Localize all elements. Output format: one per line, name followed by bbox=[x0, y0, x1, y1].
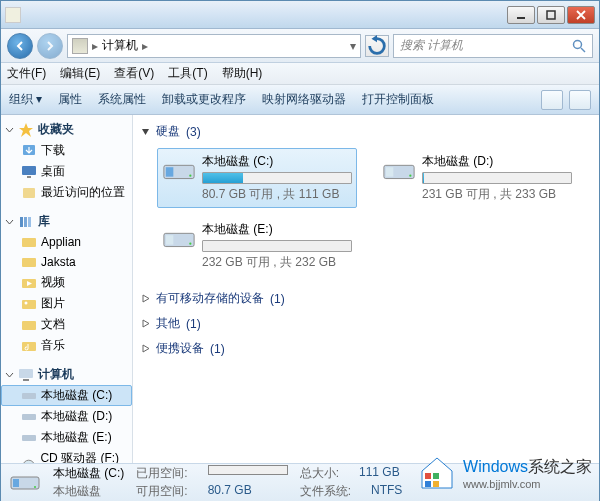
triangle-down-icon bbox=[141, 127, 150, 136]
group-other-header[interactable]: 其他 (1) bbox=[141, 311, 591, 336]
libraries-header[interactable]: 库 bbox=[1, 211, 132, 232]
address-bar[interactable]: ▸ 计算机 ▸ ▾ bbox=[67, 34, 361, 58]
breadcrumb-separator-icon: ▸ bbox=[142, 39, 148, 53]
svg-point-14 bbox=[25, 301, 28, 304]
search-box[interactable]: 搜索 计算机 bbox=[393, 34, 593, 58]
drive-icon bbox=[162, 221, 196, 257]
properties-button[interactable]: 属性 bbox=[58, 91, 82, 108]
refresh-icon bbox=[366, 35, 388, 57]
recent-icon bbox=[21, 185, 37, 201]
drive-icon bbox=[21, 430, 37, 446]
nav-toolbar: ▸ 计算机 ▸ ▾ 搜索 计算机 bbox=[1, 29, 599, 63]
drive-item[interactable]: 本地磁盘 (D:) 231 GB 可用 , 共 233 GB bbox=[377, 148, 577, 208]
svg-rect-11 bbox=[22, 258, 36, 267]
svg-rect-1 bbox=[547, 11, 555, 19]
forward-button[interactable] bbox=[37, 33, 63, 59]
favorites-label: 收藏夹 bbox=[38, 121, 74, 138]
sidebar-item-drive-e[interactable]: 本地磁盘 (E:) bbox=[1, 427, 132, 448]
menu-view[interactable]: 查看(V) bbox=[114, 65, 154, 82]
drive-item[interactable]: 本地磁盘 (E:) 232 GB 可用 , 共 232 GB bbox=[157, 216, 357, 276]
close-button[interactable] bbox=[567, 6, 595, 24]
titlebar bbox=[1, 1, 599, 29]
sidebar-item-downloads[interactable]: 下载 bbox=[1, 140, 132, 161]
triangle-right-icon bbox=[141, 344, 150, 353]
sidebar-item-drive-c[interactable]: 本地磁盘 (C:) bbox=[1, 385, 132, 406]
drive-icon bbox=[21, 409, 37, 425]
computer-icon bbox=[72, 38, 88, 54]
breadcrumb-separator-icon: ▸ bbox=[92, 39, 98, 53]
watermark-brand-1: Windows bbox=[463, 458, 528, 475]
drive-info: 232 GB 可用 , 共 232 GB bbox=[202, 254, 352, 271]
minimize-button[interactable] bbox=[507, 6, 535, 24]
group-hdd-header[interactable]: 硬盘 (3) bbox=[141, 119, 591, 144]
svg-rect-5 bbox=[27, 176, 31, 178]
sidebar-item-jaksta[interactable]: Jaksta bbox=[1, 252, 132, 272]
svg-rect-6 bbox=[23, 188, 35, 198]
sidebar-item-desktop[interactable]: 桌面 bbox=[1, 161, 132, 182]
svg-rect-18 bbox=[23, 379, 29, 381]
svg-rect-17 bbox=[19, 369, 33, 378]
svg-rect-4 bbox=[22, 166, 36, 175]
computer-header[interactable]: 计算机 bbox=[1, 364, 132, 385]
sidebar-item-videos[interactable]: 视频 bbox=[1, 272, 132, 293]
search-placeholder: 搜索 计算机 bbox=[400, 37, 463, 54]
menu-edit[interactable]: 编辑(E) bbox=[60, 65, 100, 82]
drive-item[interactable]: 本地磁盘 (C:) 80.7 GB 可用 , 共 111 GB bbox=[157, 148, 357, 208]
triangle-right-icon bbox=[141, 319, 150, 328]
control-panel-button[interactable]: 打开控制面板 bbox=[362, 91, 434, 108]
uninstall-button[interactable]: 卸载或更改程序 bbox=[162, 91, 246, 108]
used-label: 已用空间: bbox=[136, 465, 187, 482]
breadcrumb-root[interactable]: 计算机 bbox=[102, 37, 138, 54]
folder-icon bbox=[21, 234, 37, 250]
main-pane: 硬盘 (3) 本地磁盘 (C:) 80.7 GB 可用 , 共 111 GB 本… bbox=[133, 115, 599, 463]
svg-point-30 bbox=[409, 175, 411, 177]
download-icon bbox=[21, 143, 37, 159]
document-icon bbox=[21, 317, 37, 333]
dropdown-icon[interactable]: ▾ bbox=[350, 39, 356, 53]
star-icon bbox=[18, 122, 34, 138]
organize-button[interactable]: 组织 ▾ bbox=[9, 91, 42, 108]
menu-tools[interactable]: 工具(T) bbox=[168, 65, 207, 82]
computer-icon bbox=[18, 367, 34, 383]
svg-rect-35 bbox=[13, 479, 19, 487]
capacity-bar bbox=[422, 172, 572, 184]
chevron-down-icon bbox=[5, 125, 14, 134]
sidebar-item-cd-drive[interactable]: CD 驱动器 (F:) H bbox=[1, 448, 132, 463]
help-button[interactable] bbox=[569, 90, 591, 110]
fs-value: NTFS bbox=[371, 483, 402, 500]
system-properties-button[interactable]: 系统属性 bbox=[98, 91, 146, 108]
total-label: 总大小: bbox=[300, 465, 339, 482]
back-button[interactable] bbox=[7, 33, 33, 59]
drive-info: 231 GB 可用 , 共 233 GB bbox=[422, 186, 572, 203]
refresh-button[interactable] bbox=[365, 35, 389, 57]
capacity-bar bbox=[202, 172, 352, 184]
svg-rect-16 bbox=[22, 342, 36, 351]
sidebar-item-music[interactable]: 音乐 bbox=[1, 335, 132, 356]
map-drive-button[interactable]: 映射网络驱动器 bbox=[262, 91, 346, 108]
explorer-window: ▸ 计算机 ▸ ▾ 搜索 计算机 文件(F) 编辑(E) 查看(V) 工具(T)… bbox=[0, 0, 600, 501]
svg-rect-9 bbox=[28, 217, 31, 227]
free-value: 80.7 GB bbox=[208, 483, 252, 500]
picture-icon bbox=[21, 296, 37, 312]
group-removable-header[interactable]: 有可移动存储的设备 (1) bbox=[141, 286, 591, 311]
sidebar-item-applian[interactable]: Applian bbox=[1, 232, 132, 252]
video-icon bbox=[21, 275, 37, 291]
svg-rect-37 bbox=[425, 473, 431, 479]
triangle-right-icon bbox=[141, 294, 150, 303]
sidebar-item-recent[interactable]: 最近访问的位置 bbox=[1, 182, 132, 203]
maximize-button[interactable] bbox=[537, 6, 565, 24]
menu-file[interactable]: 文件(F) bbox=[7, 65, 46, 82]
favorites-header[interactable]: 收藏夹 bbox=[1, 119, 132, 140]
svg-rect-40 bbox=[433, 481, 439, 487]
drive-name: 本地磁盘 (C:) bbox=[202, 153, 352, 170]
sidebar-item-documents[interactable]: 文档 bbox=[1, 314, 132, 335]
sidebar-item-drive-d[interactable]: 本地磁盘 (D:) bbox=[1, 406, 132, 427]
sidebar-item-pictures[interactable]: 图片 bbox=[1, 293, 132, 314]
view-options-button[interactable] bbox=[541, 90, 563, 110]
drive-name: 本地磁盘 (D:) bbox=[422, 153, 572, 170]
group-portable-header[interactable]: 便携设备 (1) bbox=[141, 336, 591, 361]
nav-pane: 收藏夹 下载 桌面 最近访问的位置 库 Applian Jaksta 视频 图片… bbox=[1, 115, 133, 463]
menu-help[interactable]: 帮助(H) bbox=[222, 65, 263, 82]
capacity-bar bbox=[202, 240, 352, 252]
music-icon bbox=[21, 338, 37, 354]
